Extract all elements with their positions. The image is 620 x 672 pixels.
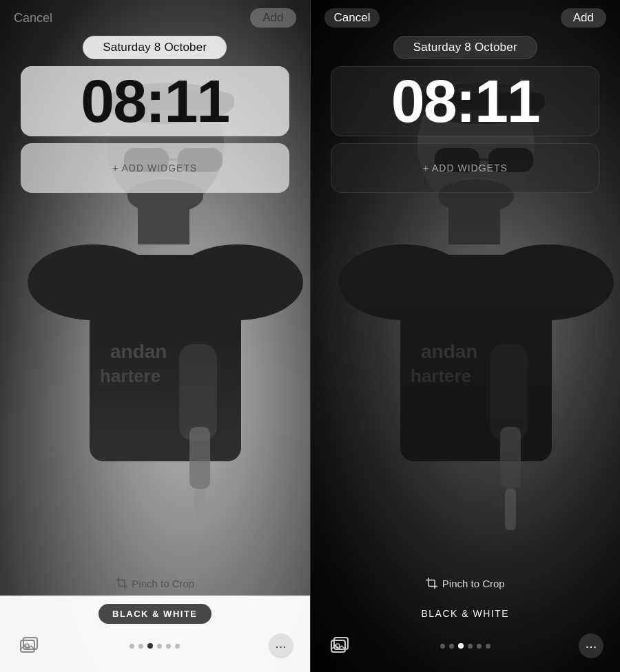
right-clock-text: 08:11: [391, 71, 539, 132]
left-dot-5: [166, 644, 171, 649]
left-add-widgets-text[interactable]: + ADD WIDGETS: [112, 162, 197, 174]
right-pinch-text: Pinch to Crop: [442, 578, 505, 589]
left-dot-4: [157, 644, 162, 649]
right-cancel-button[interactable]: Cancel: [324, 8, 380, 28]
right-photo-library-icon[interactable]: [327, 633, 352, 658]
left-more-button[interactable]: ···: [269, 633, 293, 658]
left-phone-panel: andan hartere Cancel Add Saturday 8 Octo…: [0, 0, 310, 672]
left-dot-3-active: [147, 643, 153, 649]
left-cancel-button[interactable]: Cancel: [14, 11, 52, 25]
left-top-bar: Cancel Add: [0, 0, 310, 33]
right-phone-panel: andan hartere Cancel Add Saturday 8 Octo…: [311, 0, 621, 672]
right-dot-1: [440, 644, 445, 649]
right-bottom-icons-row: ···: [324, 633, 607, 658]
right-widget-box[interactable]: + ADD WIDGETS: [331, 143, 599, 193]
right-pinch-label: Pinch to Crop: [426, 577, 505, 589]
left-date-pill: Saturday 8 October: [83, 36, 227, 59]
right-filter-badge[interactable]: BLACK & WHITE: [407, 603, 523, 624]
right-add-button[interactable]: Add: [561, 8, 606, 28]
right-bottom-bar: BLACK & WHITE ·: [311, 595, 621, 672]
crop-icon-left: [115, 577, 127, 589]
right-overlay-content: Cancel Add Saturday 8 October 08:11 + AD…: [311, 0, 621, 197]
right-dot-5: [477, 644, 482, 649]
right-dot-3-active: [458, 643, 464, 649]
left-dots-row: [130, 643, 180, 649]
left-clock-box: 08:11: [21, 66, 289, 136]
left-pinch-text: Pinch to Crop: [132, 578, 194, 589]
left-more-icon: ···: [275, 638, 287, 654]
left-filter-badge[interactable]: BLACK & WHITE: [99, 604, 211, 624]
left-clock-text: 08:11: [81, 71, 229, 132]
right-date-pill: Saturday 8 October: [393, 36, 537, 59]
right-more-button[interactable]: ···: [579, 633, 603, 658]
left-dot-1: [130, 644, 134, 649]
left-overlay-content: Cancel Add Saturday 8 October 08:11 + AD…: [0, 0, 310, 197]
left-bottom-icons-row: ···: [14, 633, 296, 658]
left-date-text: Saturday 8 October: [103, 41, 207, 54]
left-widget-box[interactable]: + ADD WIDGETS: [21, 143, 289, 193]
right-add-widgets-text[interactable]: + ADD WIDGETS: [423, 162, 508, 174]
crop-icon-right: [426, 577, 438, 589]
right-dots-row: [440, 643, 490, 649]
left-bottom-bar: BLACK & WHITE ·: [0, 596, 310, 672]
left-dot-6: [175, 644, 180, 649]
left-dot-2: [138, 644, 143, 649]
left-add-button[interactable]: Add: [250, 8, 296, 28]
left-pinch-label: Pinch to Crop: [115, 577, 194, 589]
right-dot-2: [449, 644, 454, 649]
right-top-bar: Cancel Add: [311, 0, 621, 33]
right-more-icon: ···: [586, 638, 597, 654]
right-dot-4: [468, 644, 473, 649]
right-dot-6: [486, 644, 490, 649]
left-photo-library-icon[interactable]: [17, 633, 41, 658]
right-date-text: Saturday 8 October: [413, 41, 517, 54]
right-clock-box: 08:11: [331, 66, 599, 136]
